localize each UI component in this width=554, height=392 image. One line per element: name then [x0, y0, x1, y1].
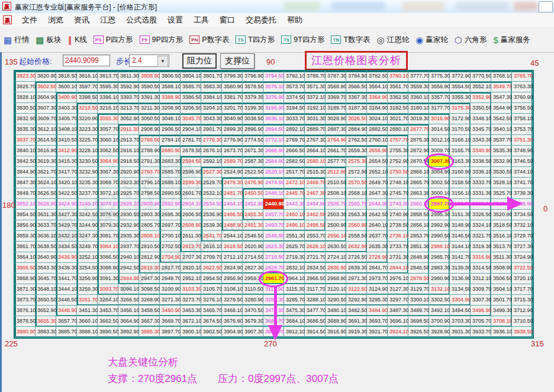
grid-cell: 2923.30	[118, 178, 139, 188]
menu-item[interactable]: 浏览	[43, 15, 69, 25]
grid-cell: 2647.30	[367, 188, 388, 199]
grid-cell: 3084.10	[98, 242, 118, 252]
resistance-button[interactable]: 阻力位	[182, 53, 217, 69]
grid-cell: 3861.70	[15, 242, 36, 252]
grid-cell: 3662.50	[98, 316, 118, 327]
toolbar-item[interactable]: ▦行情	[4, 35, 29, 45]
grid-cell: 3403.30	[56, 103, 77, 114]
grid-cell: 2769.70	[284, 135, 305, 146]
grid-cell: 3679.30	[243, 316, 263, 327]
support-button[interactable]: 支撑位	[220, 53, 255, 69]
grid-cell: 2680.90	[160, 146, 181, 156]
grid-cell: 2529.70	[201, 178, 222, 188]
grid-cell: 3559.30	[408, 82, 429, 92]
grid-cell: 3643.30	[36, 263, 56, 274]
menu-item[interactable]: 公式选股	[121, 15, 162, 25]
grid-cell: 2673.70	[222, 146, 243, 156]
grid-cell: 3468.10	[222, 306, 243, 316]
toolbar-item[interactable]: PSP四方形	[94, 35, 133, 45]
grid-cell: 3736.90	[512, 199, 533, 210]
grid-cell: 3432.10	[56, 231, 77, 242]
grid-cell: 3343.30	[471, 135, 491, 146]
grid-cell: 3014.50	[429, 124, 450, 135]
grid-cell: 2661.70	[326, 146, 346, 156]
menu-item[interactable]: 资讯	[69, 15, 95, 25]
t-square-icon: TS	[236, 36, 246, 44]
grid-cell: 3223.30	[77, 124, 98, 135]
menu-item[interactable]: 交易委托	[240, 15, 282, 25]
grid-cell: 3208.90	[160, 103, 181, 114]
grid-cell: 3792.10	[284, 71, 305, 82]
grid-cell: 2853.70	[408, 231, 429, 242]
toolbar-item[interactable]: PNP数字表	[189, 35, 229, 45]
menu-item[interactable]: 工具	[188, 15, 214, 25]
grid-cell: 2452.90	[243, 199, 263, 210]
toolbar-item[interactable]: $赢家服务	[493, 35, 530, 45]
grid-cell: 3336.10	[471, 167, 491, 178]
menu-item[interactable]: 窗口	[214, 15, 240, 25]
toolbar-item[interactable]: T99T四方形	[281, 35, 324, 45]
grid-cell: 3717.70	[512, 284, 533, 295]
toolbar-item[interactable]: TNT数字表	[331, 35, 370, 45]
grid-cell: 3619.30	[36, 156, 56, 167]
grid-cell: 2992.90	[429, 220, 450, 231]
grid-cell: 2510.50	[326, 178, 346, 188]
grid-cell: 3640.90	[36, 252, 56, 263]
grid-cell: 3247.30	[77, 231, 98, 242]
analysis-support-text: 支撑：270度2961点	[108, 372, 197, 385]
menu-item[interactable]: 江恩	[95, 15, 121, 25]
toolbar-item[interactable]: P99P四方形	[140, 35, 183, 45]
toolbar-item[interactable]: ▩板块	[36, 35, 61, 45]
grid-cell: 3249.70	[77, 242, 98, 252]
toolbar-item[interactable]: ◎江恩轮	[377, 35, 410, 45]
grid-cell: 3784.90	[346, 71, 367, 82]
grid-cell: 3201.70	[222, 103, 243, 114]
grid-cell: 3441.70	[56, 274, 77, 284]
titlebar-decoration	[402, 2, 444, 11]
grid-cell: 3321.70	[471, 231, 491, 242]
grid-cell: 2918.50	[118, 156, 139, 167]
grid-cell: 2851.30	[408, 242, 429, 252]
menu-item[interactable]: 设置	[162, 15, 188, 25]
grid-cell: 2796.10	[139, 178, 160, 188]
window-control-button[interactable]	[539, 1, 553, 12]
grid-cell: 3000.10	[429, 188, 450, 199]
start-price-input[interactable]	[63, 54, 110, 66]
toolbar-item[interactable]: ◉赢家轮	[416, 35, 448, 45]
grid-cell: 3804.10	[181, 71, 201, 82]
grid-cell: 2589.70	[222, 156, 243, 167]
grid-cell: 2822.50	[201, 263, 222, 274]
menu-item[interactable]: 帮助	[282, 15, 308, 25]
chevron-down-icon[interactable]: ▼	[157, 56, 168, 67]
grid-cell: 3043.30	[201, 114, 222, 124]
toolbar-item[interactable]: ∥K线	[67, 35, 86, 45]
step-dropdown[interactable]: 2.4 ▼	[129, 54, 169, 67]
grid-cell: 2700.10	[160, 231, 181, 242]
grid-cell: 3127.30	[388, 284, 408, 295]
grid-cell: 3516.10	[491, 231, 512, 242]
menu-item[interactable]: 文件	[17, 15, 43, 25]
toolbar-item[interactable]: TST四方形	[236, 35, 275, 45]
grid-cell: 2714.50	[243, 252, 263, 263]
grid-cell: 3900.10	[181, 327, 201, 338]
grid-cell: 2736.10	[388, 231, 408, 242]
grid-cell: 3765.70	[512, 71, 533, 82]
grid-cell: 3600.10	[56, 82, 77, 92]
analysis-pressure-text: 压力：0度2997点、3007点	[218, 372, 339, 385]
grid-cell: 3216.10	[98, 103, 118, 114]
grid-cell: 3146.50	[450, 231, 471, 242]
grid-cell: 3597.70	[77, 82, 98, 92]
grid-cell: 2980.90	[429, 274, 450, 284]
grid-cell: 2836.90	[326, 263, 346, 274]
grid-cell: 2995.30	[429, 210, 450, 220]
grid-cell: 3067.30	[98, 167, 118, 178]
grid-cell: 3897.70	[160, 327, 181, 338]
grid-cell: 3487.30	[388, 306, 408, 316]
grid-cell: 2731.30	[388, 252, 408, 263]
grid-cell: 3880.90	[15, 327, 36, 338]
grid-cell: 3391.30	[139, 92, 160, 103]
grid-cell: 2748.10	[388, 178, 408, 188]
grid-cell: 3444.10	[56, 284, 77, 295]
toolbar-item[interactable]: ⬡六角形	[455, 35, 487, 45]
grid-cell: 2832.10	[284, 263, 305, 274]
